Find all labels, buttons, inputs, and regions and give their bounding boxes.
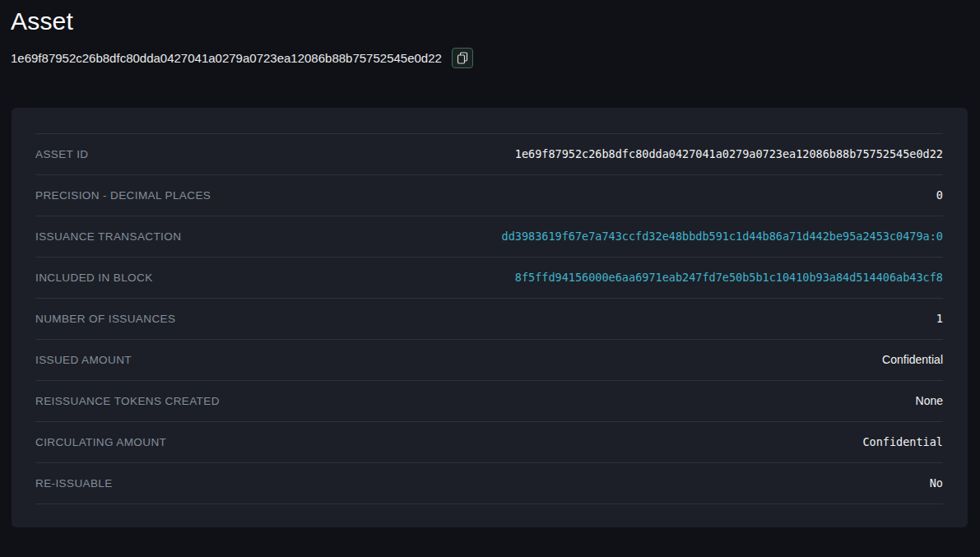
row-value: 0 (936, 188, 943, 202)
row-label: RE-ISSUABLE (35, 477, 113, 490)
asset-details-table: ASSET ID 1e69f87952c26b8dfc80dda0427041a… (35, 133, 943, 504)
copy-button[interactable] (452, 48, 473, 68)
row-label: ISSUANCE TRANSACTION (35, 230, 181, 243)
page-header: Asset 1e69f87952c26b8dfc80dda0427041a027… (0, 0, 980, 68)
row-value: Confidential (882, 353, 943, 366)
row-issuance-transaction: ISSUANCE TRANSACTION dd3983619f67e7a743c… (35, 216, 943, 257)
row-number-of-issuances: NUMBER OF ISSUANCES 1 (35, 298, 943, 339)
row-label: ASSET ID (35, 148, 88, 160)
row-label: CIRCULATING AMOUNT (35, 436, 166, 448)
issuance-transaction-link[interactable]: dd3983619f67e7a743ccfd32e48bbdb591c1d44b… (502, 230, 943, 243)
page-title: Asset (11, 5, 968, 37)
row-label: INCLUDED IN BLOCK (35, 272, 153, 284)
row-reissuance-tokens-created: REISSUANCE TOKENS CREATED None (35, 380, 943, 421)
row-precision-decimal-places: PRECISION - DECIMAL PLACES 0 (35, 174, 943, 216)
included-in-block-link[interactable]: 8f5ffd94156000e6aa6971eab247fd7e50b5b1c1… (515, 271, 943, 284)
row-value: 1 (936, 312, 943, 325)
row-label: PRECISION - DECIMAL PLACES (35, 189, 211, 202)
row-label: NUMBER OF ISSUANCES (35, 313, 175, 325)
row-value: 1e69f87952c26b8dfc80dda0427041a0279a0723… (515, 147, 943, 160)
row-value: Confidential (862, 435, 943, 448)
asset-details-card: ASSET ID 1e69f87952c26b8dfc80dda0427041a… (12, 108, 968, 527)
row-value: None (916, 394, 943, 407)
row-issued-amount: ISSUED AMOUNT Confidential (35, 339, 943, 380)
row-asset-id: ASSET ID 1e69f87952c26b8dfc80dda0427041a… (35, 133, 943, 174)
row-circulating-amount: CIRCULATING AMOUNT Confidential (35, 421, 943, 462)
row-included-in-block: INCLUDED IN BLOCK 8f5ffd94156000e6aa6971… (35, 257, 943, 298)
row-value: No (930, 476, 943, 490)
row-re-issuable: RE-ISSUABLE No (35, 462, 943, 504)
copy-icon (457, 52, 468, 64)
row-label: ISSUED AMOUNT (35, 354, 132, 366)
asset-id-line: 1e69f87952c26b8dfc80dda0427041a0279a0723… (11, 48, 968, 68)
row-label: REISSUANCE TOKENS CREATED (35, 395, 220, 407)
asset-id-text: 1e69f87952c26b8dfc80dda0427041a0279a0723… (11, 51, 442, 65)
